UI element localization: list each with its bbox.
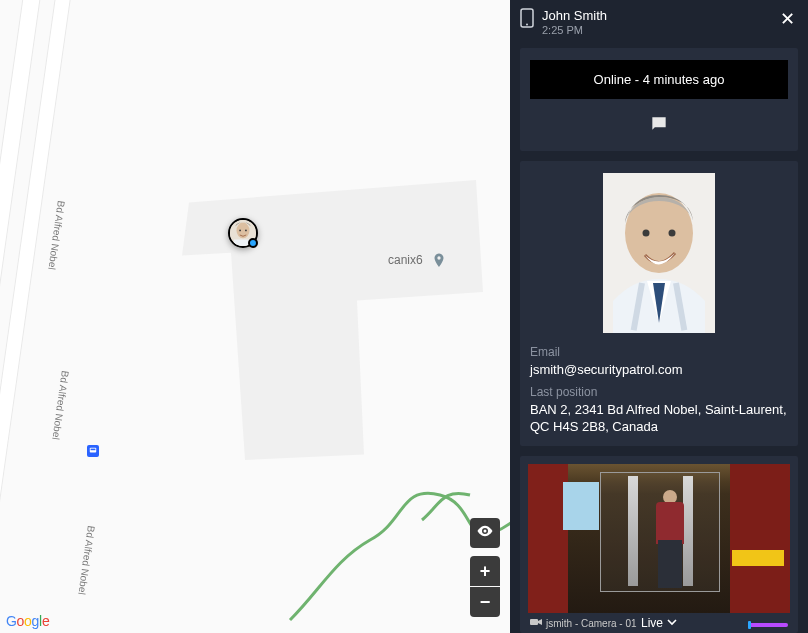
email-value: jsmith@securitypatrol.com [530,361,788,379]
eye-icon [476,522,494,545]
chat-button[interactable] [645,111,673,139]
road-label: Bd Alfred Nobel [50,370,71,440]
poi-name: canix6 [388,253,423,267]
status-pill: Online - 4 minutes ago [530,60,788,99]
live-label: Live [641,616,663,630]
close-button[interactable]: ✕ [776,8,798,30]
svg-point-11 [643,230,650,237]
svg-rect-6 [91,449,96,451]
map-canvas[interactable]: Bd Alfred Nobel Bd Alfred Nobel Bd Alfre… [0,0,510,633]
zoom-in-button[interactable]: + [470,556,500,586]
svg-rect-5 [90,448,96,453]
zoom-out-button[interactable]: − [470,587,500,617]
details-panel: John Smith 2:25 PM ✕ Online - 4 minutes … [510,0,808,633]
camera-toolbar: jsmith - Camera - 01 Live [528,613,790,629]
roads-decoration [0,0,209,633]
map-visibility-button[interactable] [470,518,500,548]
camera-icon [530,617,542,629]
info-card: Email jsmith@securitypatrol.com Last pos… [520,161,798,446]
camera-name: jsmith - Camera - 01 [546,618,637,629]
status-card: Online - 4 minutes ago [520,48,798,151]
svg-point-12 [669,230,676,237]
camera-feed[interactable] [528,464,790,613]
email-label: Email [530,345,788,359]
svg-point-3 [245,229,247,231]
building-footprint [140,180,490,460]
panel-header: John Smith 2:25 PM ✕ [510,0,808,44]
presence-dot-icon [248,238,258,248]
user-photo [603,173,715,333]
camera-card: jsmith - Camera - 01 Live [520,456,798,633]
bus-stop-icon [87,445,99,457]
road-label: Bd Alfred Nobel [46,200,67,270]
live-mode-button[interactable]: Live [641,616,677,630]
svg-point-2 [239,229,241,231]
svg-rect-15 [530,619,538,625]
chat-icon [649,114,669,137]
panel-timestamp: 2:25 PM [542,24,768,38]
status-text: Online - 4 minutes ago [594,72,725,87]
close-icon: ✕ [780,8,795,30]
plus-icon: + [480,561,491,582]
position-value: BAN 2, 2341 Bd Alfred Nobel, Saint-Laure… [530,401,788,436]
chevron-down-icon [667,616,677,630]
position-label: Last position [530,385,788,399]
svg-point-8 [526,24,528,26]
road-label: Bd Alfred Nobel [76,525,97,595]
user-location-pin[interactable] [228,218,258,248]
map-pin-icon [430,252,448,270]
panel-user-name: John Smith [542,8,768,24]
mobile-device-icon [520,8,534,28]
poi-marker[interactable]: canix6 [388,252,448,270]
person-icon [648,490,692,590]
timeline-scrubber[interactable] [748,623,788,627]
map-attribution: Google [6,613,49,629]
minus-icon: − [480,592,491,613]
